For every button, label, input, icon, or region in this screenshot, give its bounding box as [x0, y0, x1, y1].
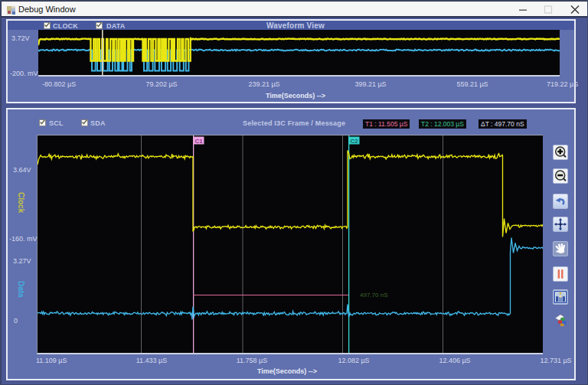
svg-text:C2: C2 [350, 138, 358, 145]
svg-text:497.70 nS: 497.70 nS [360, 292, 387, 299]
svg-text:C1: C1 [194, 138, 203, 145]
